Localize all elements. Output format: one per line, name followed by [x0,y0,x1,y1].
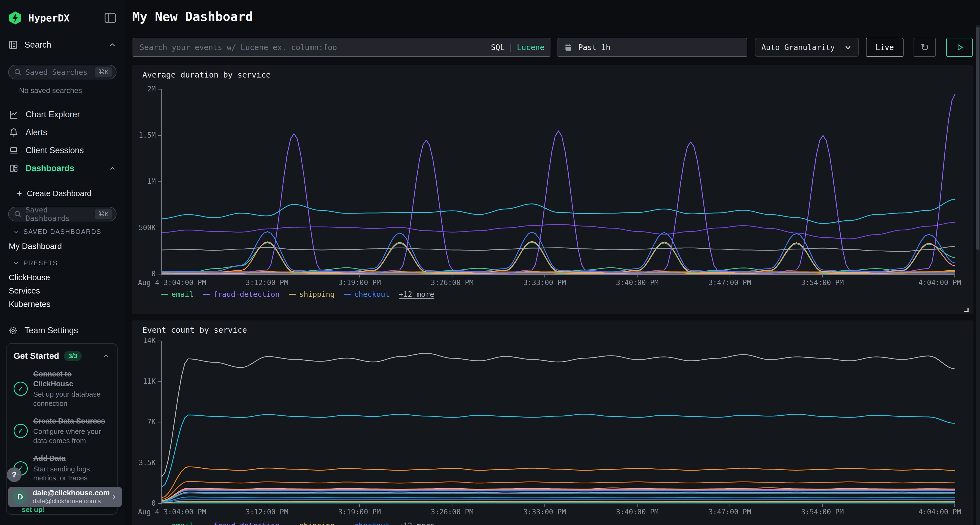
x-axis-tick-label: 3:54:00 PM [801,279,844,287]
x-axis-tick-label: 4:04:00 PM [918,279,961,287]
y-axis-tickmark [158,181,161,182]
legend-label: shipping [299,521,334,525]
legend-item-fraud-detection[interactable]: fraud-detection [203,521,280,525]
saved-dashboards-input[interactable]: Saved Dashboards ⌘K [8,207,116,221]
y-axis-tickmark [158,228,161,228]
legend-item-checkout[interactable]: checkout [344,290,390,298]
legend-label: checkout [354,521,390,525]
legend-label: fraud-detection [213,521,280,525]
live-button[interactable]: Live [866,38,904,57]
lucene-mode-toggle[interactable]: Lucene [517,43,544,52]
presets-section[interactable]: PRESETS [0,259,125,267]
collapse-sidebar-icon[interactable] [104,12,116,24]
x-axis-tickmark [267,274,267,278]
x-axis-tickmark [730,503,730,507]
sidebar-item-services[interactable]: Services [0,284,125,297]
legend-item-email[interactable]: email [161,521,194,525]
legend-swatch [289,294,296,295]
gear-icon [8,326,18,335]
series-line-fraud-detection [162,94,955,273]
x-axis-tickmark [637,503,638,507]
play-icon [955,43,964,52]
time-range-picker[interactable]: Past 1h [557,38,747,57]
search-icon [14,210,22,218]
calendar-icon [564,43,573,52]
step-title: Add Data [33,454,110,463]
help-button[interactable]: ? [7,467,22,482]
legend-more-link[interactable]: +12 more [399,521,434,525]
x-axis-tick-label: 3:26:00 PM [431,508,474,516]
legend-label: shipping [299,290,334,298]
legend-item-email[interactable]: email [161,290,194,298]
get-started-step-add-data[interactable]: ✓ Add Data Start sending logs, metrics, … [14,454,110,483]
x-axis-tickmark [544,274,545,278]
get-started-step-connect[interactable]: ✓ Connect to ClickHouse Set up your data… [14,370,110,408]
sidebar-item-kubernetes[interactable]: Kubernetes [0,297,125,311]
sidebar-item-clickhouse[interactable]: ClickHouse [0,271,125,284]
brand-name: HyperDX [28,13,104,24]
chart-title: Average duration by service [142,70,270,79]
create-dashboard-button[interactable]: + Create Dashboard [0,186,125,201]
sidebar-nav: Chart Explorer Alerts Client Sessions [0,106,125,178]
x-axis-tickmark [730,274,730,278]
x-axis-tickmark [452,503,452,507]
granularity-select[interactable]: Auto Granularity [755,38,859,57]
x-axis-tickmark [161,274,161,278]
sidebar: HyperDX Search [0,0,125,525]
user-email: dale@clickhouse.com [33,489,110,497]
legend-more-link[interactable]: +12 more [399,290,434,298]
x-axis-tickmark [955,274,955,278]
legend-label: checkout [354,290,390,298]
x-axis-tick-label: 3:12:00 PM [245,279,288,287]
chevron-up-icon[interactable] [108,41,116,49]
sidebar-item-dashboards[interactable]: Dashboards [0,159,125,178]
sql-mode-toggle[interactable]: SQL [491,43,505,52]
sidebar-item-my-dashboard[interactable]: My Dashboard [0,240,125,253]
events-search-input[interactable] [140,43,491,52]
legend-item-fraud-detection[interactable]: fraud-detection [203,290,280,298]
saved-dashboards-section[interactable]: SAVED DASHBOARDS [0,227,125,236]
saved-searches-input[interactable]: Saved Searches ⌘K [8,65,116,79]
run-query-button[interactable] [946,38,973,57]
line-chart-event-count[interactable] [161,341,955,504]
series-line [162,503,955,503]
x-axis-tick-label: 3:12:00 PM [245,508,288,516]
step-title: Connect to ClickHouse [33,370,110,389]
sidebar-item-search[interactable]: Search [0,39,125,51]
chevron-down-icon [13,228,20,235]
legend-item-checkout[interactable]: checkout [344,521,390,525]
chart-title: Event count by service [142,325,247,335]
series-line [162,241,955,273]
y-axis-tick-label: 11K [132,377,156,385]
x-axis-tick-label: 3:19:00 PM [338,279,381,287]
get-started-step-sources[interactable]: ✓ Create Data Sources Configure where yo… [14,416,110,446]
sidebar-item-alerts[interactable]: Alerts [0,124,125,141]
legend-label: email [172,521,194,525]
scrollbar[interactable] [976,25,980,525]
x-axis-tickmark [822,274,822,278]
y-axis-tickmark [158,463,161,463]
x-axis-tick-label: 3:33:00 PM [523,279,566,287]
user-menu[interactable]: D dale@clickhouse.com dale@clickhouse.co… [8,487,122,507]
scrollbar-thumb[interactable] [976,27,980,250]
y-axis-tick-label: 2M [132,85,156,93]
legend-item-shipping[interactable]: shipping [289,521,334,525]
chevron-up-icon[interactable] [102,352,110,360]
x-axis-tick-label: 3:40:00 PM [616,508,659,516]
y-axis-tickmark [158,422,161,422]
logo-row: HyperDX [0,0,125,25]
avatar: D [13,489,28,504]
chevron-up-icon[interactable] [108,164,116,173]
legend-item-shipping[interactable]: shipping [289,290,334,298]
time-range-value: Past 1h [578,43,610,52]
mode-separator: | [509,43,513,52]
search-icon [14,68,22,76]
sidebar-item-label: Search [24,40,108,50]
legend-swatch [161,294,168,295]
sidebar-item-chart-explorer[interactable]: Chart Explorer [0,106,125,124]
line-chart-average-duration[interactable] [161,89,955,275]
refresh-button[interactable]: ↻ [913,38,936,57]
sidebar-item-team-settings[interactable]: Team Settings [0,325,125,336]
sidebar-item-client-sessions[interactable]: Client Sessions [0,141,125,159]
resize-handle-icon[interactable] [964,308,969,312]
